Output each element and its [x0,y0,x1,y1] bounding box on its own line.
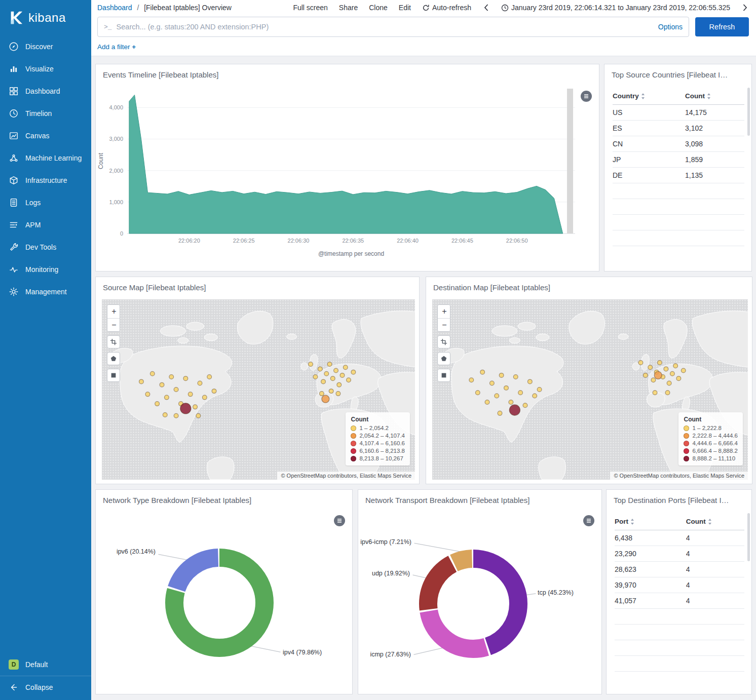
map-marker-yellow[interactable] [196,413,201,418]
menu-edit[interactable]: Edit [399,4,411,12]
map-marker-yellow[interactable] [309,362,313,367]
sidebar-item-apm[interactable]: APM [0,214,91,236]
map-marker-yellow[interactable] [337,382,342,387]
sidebar-item-machine-learning[interactable]: Machine Learning [0,147,91,169]
sidebar-item-canvas[interactable]: Canvas [0,125,91,147]
map-marker-orange[interactable] [654,371,662,379]
sidebar-item-dev-tools[interactable]: Dev Tools [0,236,91,258]
sidebar-item-discover[interactable]: Discover [0,35,91,58]
map-marker-yellow[interactable] [504,386,509,391]
events-timeline-chart[interactable]: 01,0002,0003,0004,00022:06:2022:06:2522:… [96,83,599,267]
kibana-logo[interactable]: kibana [0,0,91,35]
map-marker-yellow[interactable] [351,370,356,374]
map-marker-yellow[interactable] [318,367,322,371]
zoom-out-button[interactable]: − [438,318,450,331]
refresh-button[interactable]: Refresh [695,17,749,36]
map-marker-yellow[interactable] [676,376,681,381]
map-marker-yellow[interactable] [160,382,164,387]
map-marker-yellow[interactable] [664,367,668,371]
map-marker-yellow[interactable] [163,413,167,417]
map-marker-yellow[interactable] [320,392,324,396]
map-marker-yellow[interactable] [527,379,532,384]
map-marker-yellow[interactable] [651,378,656,382]
map-marker-yellow[interactable] [334,368,338,373]
column-header-count[interactable]: Count [685,92,744,100]
map-marker-yellow[interactable] [321,379,326,384]
column-header-country[interactable]: Country [613,92,685,100]
map-marker-yellow[interactable] [340,373,345,378]
map-marker-yellow[interactable] [198,381,202,385]
map-marker-yellow[interactable] [498,411,502,415]
legend-toggle-button[interactable] [581,91,592,102]
sidebar-item-visualize[interactable]: Visualize [0,58,91,80]
map-marker-yellow[interactable] [336,392,341,396]
map-marker-yellow[interactable] [188,392,193,397]
map-marker-yellow[interactable] [499,373,504,378]
map-marker-dark_red[interactable] [180,403,191,414]
map-marker-yellow[interactable] [212,389,216,394]
map-marker-yellow[interactable] [638,361,643,365]
sidebar-item-default-space[interactable]: D Default [0,653,91,676]
sidebar-item-logs[interactable]: Logs [0,191,91,214]
map-marker-yellow[interactable] [183,376,188,381]
draw-polygon-button[interactable] [437,352,450,365]
map-marker-yellow[interactable] [673,364,678,368]
map-marker-yellow[interactable] [139,379,144,384]
scrollbar-thumb[interactable] [747,513,750,561]
menu-full-screen[interactable]: Full screen [293,4,327,12]
map-marker-yellow[interactable] [347,378,351,382]
map-marker-yellow[interactable] [495,394,499,398]
sidebar-item-timelion[interactable]: Timelion [0,102,91,125]
zoom-in-button[interactable]: + [107,305,120,318]
map-marker-yellow[interactable] [518,391,523,395]
map-marker-yellow[interactable] [509,400,513,405]
map-marker-yellow[interactable] [150,371,155,376]
map-marker-yellow[interactable] [174,387,178,392]
map-marker-yellow[interactable] [327,362,332,367]
breadcrumb-dashboard-link[interactable]: Dashboard [97,4,132,12]
map-marker-yellow[interactable] [469,378,474,382]
map-marker-yellow[interactable] [329,389,333,394]
network-transport-donut[interactable] [397,528,549,680]
add-filter-link[interactable]: Add a filter + [97,43,136,51]
map-marker-yellow[interactable] [343,365,348,370]
fit-bounds-button[interactable] [437,335,450,348]
map-marker-yellow[interactable] [533,394,537,398]
menu-share[interactable]: Share [339,4,358,12]
map-marker-yellow[interactable] [648,365,653,370]
options-link[interactable]: Options [658,23,683,31]
network-type-donut[interactable] [143,527,295,679]
map-marker-yellow[interactable] [490,381,495,385]
map-marker-yellow[interactable] [145,392,150,397]
map-marker-yellow[interactable] [665,391,670,395]
zoom-out-button[interactable]: − [107,318,120,331]
map-marker-yellow[interactable] [165,395,169,400]
draw-rectangle-button[interactable] [107,369,120,382]
zoom-in-button[interactable]: + [438,305,450,318]
map-marker-yellow[interactable] [475,391,480,395]
map-marker-yellow[interactable] [313,375,318,379]
legend-toggle-button[interactable] [583,515,594,526]
legend-toggle-button[interactable] [334,515,345,526]
column-header-port[interactable]: Port [615,518,686,525]
sidebar-collapse-button[interactable]: Collapse [0,676,91,698]
map-marker-orange[interactable] [322,395,329,403]
auto-refresh-button[interactable]: Auto-refresh [422,4,471,12]
sidebar-item-monitoring[interactable]: Monitoring [0,258,91,281]
map-marker-yellow[interactable] [658,361,662,365]
menu-clone[interactable]: Clone [369,4,388,12]
time-back-button[interactable] [482,3,490,13]
map-marker-yellow[interactable] [667,381,671,385]
map-marker-yellow[interactable] [169,375,174,379]
map-marker-yellow[interactable] [174,413,178,418]
map-marker-yellow[interactable] [202,395,207,400]
time-forward-button[interactable] [741,3,749,13]
sidebar-item-infrastructure[interactable]: Infrastructure [0,169,91,191]
map-marker-yellow[interactable] [485,400,489,405]
fit-bounds-button[interactable] [107,335,120,348]
map-marker-yellow[interactable] [537,387,542,392]
sidebar-item-dashboard[interactable]: Dashboard [0,80,91,102]
map-marker-yellow[interactable] [643,373,648,378]
time-range-picker[interactable]: January 23rd 2019, 22:06:14.321 to Janua… [501,4,730,12]
search-input[interactable] [117,23,654,31]
